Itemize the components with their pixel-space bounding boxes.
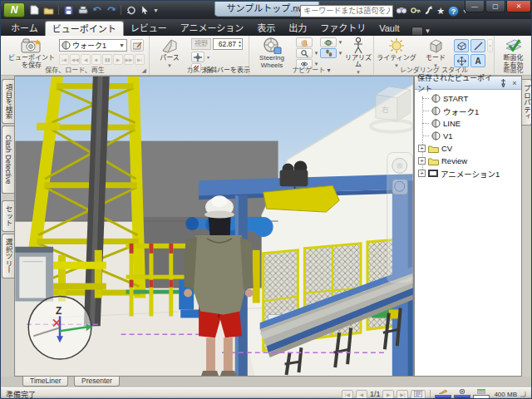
viewpoint-icon	[431, 119, 441, 128]
last-sheet-button[interactable]: ▶|	[397, 390, 408, 399]
wireframe-cube-toggle[interactable]	[454, 39, 469, 52]
align-camera-button[interactable]	[191, 52, 204, 62]
expand-icon[interactable]: +	[418, 145, 426, 152]
tree-item-viewpoint[interactable]: LINE	[415, 117, 521, 130]
group-label-camera[interactable]: カメラ ▾	[150, 65, 249, 74]
memory-usage-text: 400 MB	[494, 391, 517, 398]
playback-step-forward-button[interactable]: ▶▶	[124, 54, 134, 65]
tab-view[interactable]: 表示	[250, 21, 282, 36]
new-file-icon[interactable]	[28, 4, 41, 17]
orientation-compass-widget[interactable]: Z	[28, 297, 92, 360]
open-file-icon[interactable]	[42, 4, 55, 17]
ribbon-group-render-style: ライティング ▼ モード ▼ A	[374, 36, 495, 75]
tab-vault[interactable]: Vault	[372, 21, 406, 36]
select-cursor-icon[interactable]	[139, 4, 151, 17]
search-input[interactable]	[300, 5, 393, 17]
playback-first-button[interactable]: |◀	[59, 54, 69, 65]
current-viewpoint-combobox[interactable]: ウォーク1 ▼	[59, 39, 127, 52]
sign-in-key-icon[interactable]	[411, 3, 421, 18]
walk-button[interactable]	[320, 48, 337, 58]
minimize-button[interactable]: —	[465, 1, 485, 12]
tab-output[interactable]: 出力	[282, 21, 313, 36]
pan-button[interactable]	[296, 37, 313, 47]
orbit-dropdown-icon[interactable]: ▼	[337, 37, 343, 47]
infocenter-collapse-icon[interactable]: ◄	[291, 7, 298, 15]
maximize-button[interactable]: ▢	[485, 1, 505, 12]
playback-step-back-button[interactable]: ◀◀	[70, 54, 80, 65]
close-button[interactable]: ✕	[506, 1, 531, 12]
viewpoint-icon	[431, 94, 441, 103]
tree-item-folder[interactable]: + Review	[415, 155, 521, 167]
pin-icon[interactable]	[499, 78, 508, 88]
viewcube-face-label: 右	[382, 105, 389, 114]
ribbon-group-navigate: Steering Wheels ▼ ▼ ▼ ▼	[249, 36, 374, 75]
print-icon[interactable]	[76, 4, 89, 17]
next-sheet-button[interactable]: ▶	[382, 390, 394, 399]
edit-viewpoint-button[interactable]	[131, 39, 144, 52]
dock-tab-sets[interactable]: セット	[2, 200, 14, 232]
render-chip-icon	[411, 27, 423, 36]
tree-item-folder[interactable]: + CV	[415, 142, 521, 155]
disk-icon	[459, 389, 466, 394]
previous-sheet-button[interactable]: ◀	[356, 390, 367, 399]
align-camera-dropdown-icon[interactable]: ▼	[206, 56, 210, 60]
help-icon[interactable]: ?	[448, 6, 459, 17]
search-binoculars-icon[interactable]	[396, 3, 407, 18]
tree-item-viewpoint[interactable]: V1	[415, 130, 521, 142]
application-window: N ▼ サンプルトップ.nwf ◄	[0, 0, 532, 399]
playback-last-button[interactable]: ▶|	[135, 54, 145, 65]
redo-icon[interactable]	[105, 4, 117, 17]
tree-item-viewpoint[interactable]: ウォーク1	[415, 105, 521, 117]
sheet-browser-button[interactable]	[411, 390, 426, 399]
favorites-star-icon[interactable]: ★	[436, 6, 445, 17]
dock-tab-selection-tree[interactable]: 選択ツリー	[2, 234, 14, 278]
refresh-icon[interactable]	[125, 4, 137, 17]
tab-review[interactable]: レビュー	[124, 21, 174, 36]
tab-home[interactable]: ホーム	[4, 21, 45, 36]
combobox-dropdown-icon[interactable]: ▼	[119, 42, 125, 48]
dialog-launcher-icon[interactable]: ◢	[142, 67, 146, 74]
playback-play-button[interactable]: ▶	[113, 54, 123, 65]
qat-dropdown-icon[interactable]: ▼	[153, 7, 159, 13]
zoom-button[interactable]	[296, 48, 313, 58]
resize-grip[interactable]	[520, 391, 526, 397]
close-panel-icon[interactable]: ×	[510, 78, 519, 88]
sun-icon	[388, 37, 405, 54]
tab-viewpoint[interactable]: ビューポイント	[45, 21, 124, 36]
ribbon-display-options[interactable]: ▼	[411, 27, 431, 36]
undo-icon[interactable]	[91, 4, 103, 17]
animation-icon	[428, 170, 438, 177]
dock-tab-find-items[interactable]: 項目を検索	[2, 79, 14, 124]
dock-tab-presenter[interactable]: Presenter	[74, 377, 120, 387]
dock-tab-clash-detective[interactable]: Clash Detective	[2, 126, 14, 194]
tree-item-viewpoint[interactable]: START	[415, 92, 521, 105]
playback-pause-button[interactable]: ▮▮	[102, 54, 112, 65]
dock-tab-timeliner[interactable]: TimeLiner	[22, 377, 68, 387]
dock-tab-properties[interactable]: プロパティ	[522, 79, 532, 126]
title-bar: N ▼ サンプルトップ.nwf ◄	[1, 1, 532, 19]
extra-render-toggle[interactable]: ▼	[487, 39, 493, 52]
tab-animation[interactable]: アニメーション	[174, 21, 251, 36]
line-toggle[interactable]	[470, 39, 485, 52]
orbit-button[interactable]	[320, 37, 337, 47]
first-sheet-button[interactable]: |◀	[342, 390, 353, 399]
group-label-navigate[interactable]: ナビゲート ▾	[249, 65, 373, 74]
playback-play-reverse-button[interactable]: ◀	[81, 54, 91, 65]
camera-icon	[21, 37, 42, 54]
web-progress-meter	[473, 389, 490, 399]
save-icon[interactable]	[62, 4, 75, 17]
tab-factory[interactable]: ファクトリ	[313, 21, 372, 36]
playback-stop-button[interactable]: ■	[91, 54, 101, 65]
expand-icon[interactable]: +	[418, 157, 426, 165]
zoom-dropdown-icon[interactable]: ▼	[313, 48, 319, 58]
expand-icon[interactable]: +	[418, 170, 426, 177]
main-area: 項目を検索 Clash Detective セット 選択ツリー	[1, 76, 532, 377]
viewport-canvas[interactable]: 右 Z	[14, 76, 414, 377]
communication-center-icon[interactable]	[424, 3, 433, 18]
navigation-bar-widget[interactable]	[387, 152, 413, 283]
walk-dropdown-icon[interactable]: ▼	[337, 48, 343, 58]
tree-item-animation[interactable]: + アニメーション1	[415, 167, 521, 180]
fov-spinner[interactable]: ▲▼	[238, 40, 242, 48]
disk-progress-meter	[454, 389, 470, 399]
application-menu-button[interactable]: N	[3, 2, 25, 17]
